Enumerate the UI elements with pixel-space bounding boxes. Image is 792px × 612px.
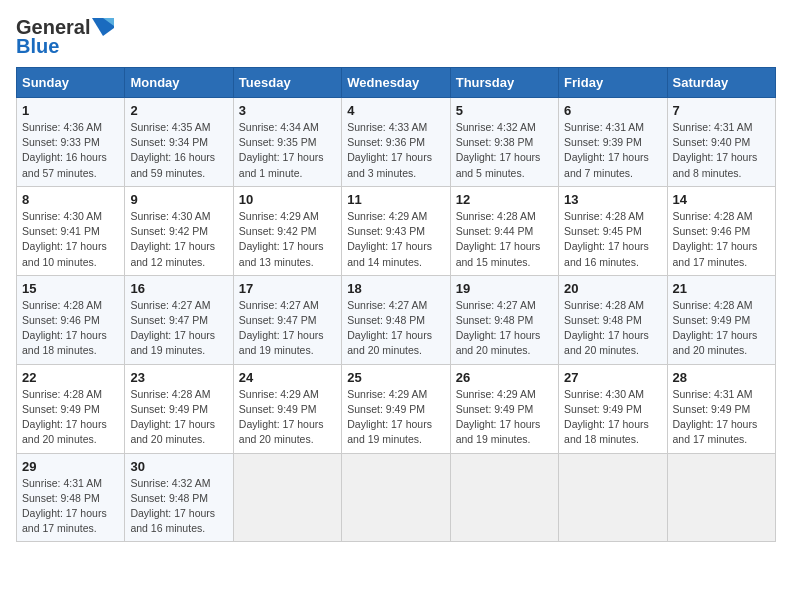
day-number: 14: [673, 192, 770, 207]
day-number: 29: [22, 459, 119, 474]
day-info: Sunrise: 4:35 AM Sunset: 9:34 PM Dayligh…: [130, 120, 227, 181]
day-cell: 26Sunrise: 4:29 AM Sunset: 9:49 PM Dayli…: [450, 364, 558, 453]
day-cell: 3Sunrise: 4:34 AM Sunset: 9:35 PM Daylig…: [233, 98, 341, 187]
col-header-thursday: Thursday: [450, 68, 558, 98]
day-info: Sunrise: 4:31 AM Sunset: 9:40 PM Dayligh…: [673, 120, 770, 181]
day-number: 1: [22, 103, 119, 118]
header-row: SundayMondayTuesdayWednesdayThursdayFrid…: [17, 68, 776, 98]
day-cell: 19Sunrise: 4:27 AM Sunset: 9:48 PM Dayli…: [450, 275, 558, 364]
day-info: Sunrise: 4:29 AM Sunset: 9:43 PM Dayligh…: [347, 209, 444, 270]
logo: General Blue: [16, 16, 114, 57]
day-number: 22: [22, 370, 119, 385]
day-number: 18: [347, 281, 444, 296]
day-number: 9: [130, 192, 227, 207]
day-info: Sunrise: 4:28 AM Sunset: 9:49 PM Dayligh…: [673, 298, 770, 359]
day-info: Sunrise: 4:30 AM Sunset: 9:41 PM Dayligh…: [22, 209, 119, 270]
day-cell: 1Sunrise: 4:36 AM Sunset: 9:33 PM Daylig…: [17, 98, 125, 187]
day-info: Sunrise: 4:27 AM Sunset: 9:47 PM Dayligh…: [130, 298, 227, 359]
day-number: 13: [564, 192, 661, 207]
day-cell: 24Sunrise: 4:29 AM Sunset: 9:49 PM Dayli…: [233, 364, 341, 453]
day-info: Sunrise: 4:29 AM Sunset: 9:49 PM Dayligh…: [347, 387, 444, 448]
day-info: Sunrise: 4:32 AM Sunset: 9:38 PM Dayligh…: [456, 120, 553, 181]
week-row-2: 8Sunrise: 4:30 AM Sunset: 9:41 PM Daylig…: [17, 186, 776, 275]
day-number: 8: [22, 192, 119, 207]
day-info: Sunrise: 4:30 AM Sunset: 9:42 PM Dayligh…: [130, 209, 227, 270]
day-cell: 11Sunrise: 4:29 AM Sunset: 9:43 PM Dayli…: [342, 186, 450, 275]
day-info: Sunrise: 4:29 AM Sunset: 9:42 PM Dayligh…: [239, 209, 336, 270]
day-number: 24: [239, 370, 336, 385]
day-cell: [450, 453, 558, 542]
day-cell: [559, 453, 667, 542]
col-header-wednesday: Wednesday: [342, 68, 450, 98]
day-cell: 10Sunrise: 4:29 AM Sunset: 9:42 PM Dayli…: [233, 186, 341, 275]
logo-blue: Blue: [16, 35, 59, 57]
day-number: 10: [239, 192, 336, 207]
col-header-sunday: Sunday: [17, 68, 125, 98]
day-number: 28: [673, 370, 770, 385]
day-info: Sunrise: 4:27 AM Sunset: 9:48 PM Dayligh…: [456, 298, 553, 359]
day-info: Sunrise: 4:29 AM Sunset: 9:49 PM Dayligh…: [456, 387, 553, 448]
col-header-saturday: Saturday: [667, 68, 775, 98]
day-info: Sunrise: 4:33 AM Sunset: 9:36 PM Dayligh…: [347, 120, 444, 181]
day-info: Sunrise: 4:28 AM Sunset: 9:49 PM Dayligh…: [22, 387, 119, 448]
day-cell: 20Sunrise: 4:28 AM Sunset: 9:48 PM Dayli…: [559, 275, 667, 364]
day-number: 23: [130, 370, 227, 385]
day-number: 25: [347, 370, 444, 385]
day-cell: 29Sunrise: 4:31 AM Sunset: 9:48 PM Dayli…: [17, 453, 125, 542]
day-number: 20: [564, 281, 661, 296]
day-info: Sunrise: 4:31 AM Sunset: 9:48 PM Dayligh…: [22, 476, 119, 537]
day-cell: 25Sunrise: 4:29 AM Sunset: 9:49 PM Dayli…: [342, 364, 450, 453]
day-number: 7: [673, 103, 770, 118]
day-cell: 6Sunrise: 4:31 AM Sunset: 9:39 PM Daylig…: [559, 98, 667, 187]
day-cell: 5Sunrise: 4:32 AM Sunset: 9:38 PM Daylig…: [450, 98, 558, 187]
day-info: Sunrise: 4:28 AM Sunset: 9:46 PM Dayligh…: [673, 209, 770, 270]
day-cell: [342, 453, 450, 542]
day-cell: 28Sunrise: 4:31 AM Sunset: 9:49 PM Dayli…: [667, 364, 775, 453]
day-info: Sunrise: 4:29 AM Sunset: 9:49 PM Dayligh…: [239, 387, 336, 448]
day-number: 11: [347, 192, 444, 207]
day-cell: 7Sunrise: 4:31 AM Sunset: 9:40 PM Daylig…: [667, 98, 775, 187]
day-number: 5: [456, 103, 553, 118]
day-number: 12: [456, 192, 553, 207]
day-number: 3: [239, 103, 336, 118]
col-header-friday: Friday: [559, 68, 667, 98]
day-number: 15: [22, 281, 119, 296]
day-number: 16: [130, 281, 227, 296]
day-cell: 16Sunrise: 4:27 AM Sunset: 9:47 PM Dayli…: [125, 275, 233, 364]
day-info: Sunrise: 4:32 AM Sunset: 9:48 PM Dayligh…: [130, 476, 227, 537]
day-info: Sunrise: 4:34 AM Sunset: 9:35 PM Dayligh…: [239, 120, 336, 181]
day-info: Sunrise: 4:31 AM Sunset: 9:49 PM Dayligh…: [673, 387, 770, 448]
day-number: 6: [564, 103, 661, 118]
day-info: Sunrise: 4:28 AM Sunset: 9:45 PM Dayligh…: [564, 209, 661, 270]
day-cell: 2Sunrise: 4:35 AM Sunset: 9:34 PM Daylig…: [125, 98, 233, 187]
day-number: 4: [347, 103, 444, 118]
day-info: Sunrise: 4:28 AM Sunset: 9:44 PM Dayligh…: [456, 209, 553, 270]
day-cell: 9Sunrise: 4:30 AM Sunset: 9:42 PM Daylig…: [125, 186, 233, 275]
day-number: 30: [130, 459, 227, 474]
day-cell: [667, 453, 775, 542]
day-info: Sunrise: 4:31 AM Sunset: 9:39 PM Dayligh…: [564, 120, 661, 181]
day-info: Sunrise: 4:30 AM Sunset: 9:49 PM Dayligh…: [564, 387, 661, 448]
day-number: 2: [130, 103, 227, 118]
day-cell: 8Sunrise: 4:30 AM Sunset: 9:41 PM Daylig…: [17, 186, 125, 275]
day-cell: 15Sunrise: 4:28 AM Sunset: 9:46 PM Dayli…: [17, 275, 125, 364]
day-number: 17: [239, 281, 336, 296]
day-cell: 17Sunrise: 4:27 AM Sunset: 9:47 PM Dayli…: [233, 275, 341, 364]
day-cell: 27Sunrise: 4:30 AM Sunset: 9:49 PM Dayli…: [559, 364, 667, 453]
col-header-monday: Monday: [125, 68, 233, 98]
day-cell: 14Sunrise: 4:28 AM Sunset: 9:46 PM Dayli…: [667, 186, 775, 275]
day-info: Sunrise: 4:28 AM Sunset: 9:49 PM Dayligh…: [130, 387, 227, 448]
day-info: Sunrise: 4:28 AM Sunset: 9:46 PM Dayligh…: [22, 298, 119, 359]
week-row-3: 15Sunrise: 4:28 AM Sunset: 9:46 PM Dayli…: [17, 275, 776, 364]
calendar-table: SundayMondayTuesdayWednesdayThursdayFrid…: [16, 67, 776, 542]
day-info: Sunrise: 4:28 AM Sunset: 9:48 PM Dayligh…: [564, 298, 661, 359]
day-number: 26: [456, 370, 553, 385]
day-info: Sunrise: 4:27 AM Sunset: 9:48 PM Dayligh…: [347, 298, 444, 359]
day-info: Sunrise: 4:27 AM Sunset: 9:47 PM Dayligh…: [239, 298, 336, 359]
day-cell: 4Sunrise: 4:33 AM Sunset: 9:36 PM Daylig…: [342, 98, 450, 187]
day-number: 19: [456, 281, 553, 296]
day-cell: 13Sunrise: 4:28 AM Sunset: 9:45 PM Dayli…: [559, 186, 667, 275]
day-cell: 18Sunrise: 4:27 AM Sunset: 9:48 PM Dayli…: [342, 275, 450, 364]
day-number: 27: [564, 370, 661, 385]
col-header-tuesday: Tuesday: [233, 68, 341, 98]
